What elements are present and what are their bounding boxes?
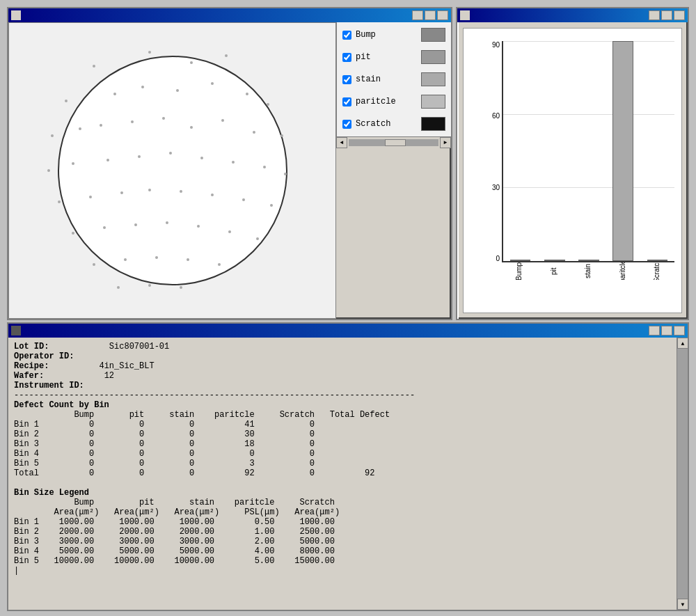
minimize-button[interactable] [412,10,423,20]
maximize-button[interactable] [425,10,436,20]
defect-dot [93,65,95,68]
defect-dot [117,286,120,289]
defect-dot [51,134,54,137]
defect-dot [270,204,273,207]
title-bar-left [460,10,473,20]
y-tick-0: 0 [496,255,500,262]
defect-dot [89,196,92,198]
defects-map-title-bar [8,8,451,22]
defect-dot [124,258,127,261]
total-defects-icon [460,10,470,20]
defect-dot [187,258,189,261]
scroll-down-btn[interactable]: ▼ [677,599,688,610]
chart-area: 90 60 30 0 BumppitstainparitcleScratch [463,28,682,313]
legend-checkbox[interactable] [342,31,351,40]
defects-map-icon [11,10,21,20]
scroll-up-btn[interactable]: ▲ [677,338,688,349]
defect-dot [93,263,95,266]
candela-content: Lot ID: Sic807001-01 Operator ID: Recipe… [8,338,688,610]
td-maximize-button[interactable] [661,10,672,20]
legend-checkbox[interactable] [342,97,351,106]
x-axis-labels: BumppitstainparitcleScratch [502,262,674,280]
total-defects-title-buttons [649,10,685,20]
defect-dot [141,86,144,88]
defect-dot [180,190,182,193]
x-axis-label: pit [537,262,571,280]
total-defects-window: 90 60 30 0 BumppitstainparitcleScratch [456,7,689,320]
defect-dot [166,221,168,224]
defects-map-content: Bump pit stain paritcle Scratch ◄ ► [8,22,451,319]
c-close-button[interactable] [674,326,685,335]
scroll-track [349,139,438,146]
defect-dot [65,100,68,102]
legend-label: paritcle [356,97,417,106]
defect-dot [263,166,266,168]
chart-bar [612,41,633,261]
scroll-left-btn[interactable]: ◄ [336,137,347,148]
defect-dot [246,93,248,95]
legend-label: Bump [356,30,417,40]
candela-scrollbar[interactable]: ▲ ▼ [677,338,688,610]
title-bar-left [11,10,24,20]
defect-dot [190,61,193,64]
scroll-right-btn[interactable]: ► [440,137,451,148]
chart-plot [502,41,674,262]
x-axis-label: Bump [502,262,537,280]
grid-line-30 [503,187,674,188]
defects-map-title-buttons [412,10,448,20]
legend-panel: Bump pit stain paritcle Scratch ◄ ► [336,22,451,319]
candela-icon [11,326,21,335]
legend-item: pit [342,50,445,64]
defect-dot [162,117,165,120]
x-axis-label: stain [571,262,606,280]
chart-bar [544,260,565,261]
defect-dot [190,126,193,129]
legend-item: stain [342,72,445,86]
defect-dot [211,194,214,196]
td-minimize-button[interactable] [649,10,660,20]
defect-dot [267,103,269,106]
chart-bar [647,260,668,261]
c-maximize-button[interactable] [661,326,672,335]
wafer-area [8,22,336,319]
c-minimize-button[interactable] [649,326,660,335]
defect-dot [284,173,287,175]
close-button[interactable] [437,10,448,20]
defect-dot [211,82,214,85]
v-scroll-track [677,349,688,599]
candela-title-bar [8,324,688,338]
legend-checkbox[interactable] [342,120,351,129]
defect-dot [72,162,74,165]
y-axis: 90 60 30 0 [482,41,500,262]
legend-color-swatch [421,72,445,86]
title-bar-left [11,326,24,335]
legend-checkbox[interactable] [342,75,351,84]
defect-dot [242,198,245,201]
defect-dot [113,93,116,95]
y-tick-60: 60 [492,112,500,120]
defect-dot [58,200,61,203]
defect-dot [253,131,255,134]
x-axis-label: paritcle [606,262,640,280]
defect-dot [138,155,141,158]
grid-line-60 [503,114,674,115]
grid-line-90 [503,41,674,42]
bottom-scrollbar[interactable]: ◄ ► [336,136,451,148]
legend-checkbox[interactable] [342,53,351,62]
defect-dot [228,230,231,233]
td-close-button[interactable] [674,10,685,20]
defect-dot [103,226,106,229]
defect-dot [221,119,224,122]
y-tick-30: 30 [492,184,500,191]
chart-bar [578,260,599,261]
defect-dot [79,127,81,130]
chart-wrapper: 90 60 30 0 BumppitstainparitcleScratch [502,41,674,280]
defect-dot [232,161,235,164]
legend-color-swatch [421,28,445,42]
defect-dot [148,189,151,191]
legend-item: Scratch [342,117,445,131]
defect-dot [106,159,109,161]
scroll-thumb[interactable] [385,139,406,146]
legend-color-swatch [421,117,445,131]
y-tick-90: 90 [492,41,500,49]
